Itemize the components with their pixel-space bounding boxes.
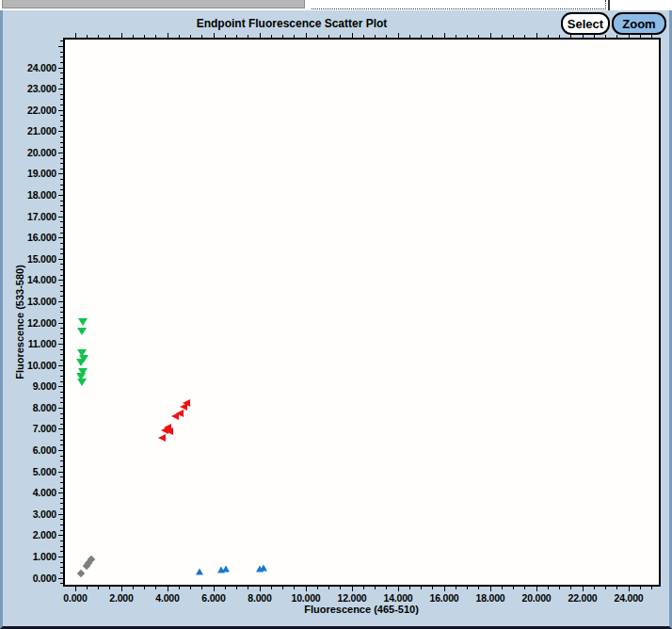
x-axis-major-tick [214, 587, 215, 591]
y-axis-minor-tick [60, 397, 63, 398]
y-axis-tick-label: 16.000 [11, 232, 56, 243]
y-axis-minor-tick [60, 62, 63, 63]
x-axis-minor-tick [363, 587, 364, 589]
y-axis-minor-tick [60, 354, 63, 355]
y-axis-minor-tick [60, 285, 63, 286]
y-axis-tick-label: 15.000 [11, 253, 56, 265]
x-axis-minor-tick [432, 587, 433, 589]
y-axis-major-tick [58, 195, 63, 196]
x-axis-tick-label: 18.000 [476, 592, 505, 604]
x-axis-major-tick [536, 587, 537, 591]
x-axis-major-tick [75, 587, 76, 591]
y-axis-major-tick [58, 344, 63, 345]
x-axis-minor-tick [467, 587, 468, 589]
data-point-blue-triangle-up [260, 564, 267, 571]
y-axis-major-tick [58, 153, 63, 153]
y-axis-minor-tick [60, 121, 63, 121]
y-axis-major-tick [58, 46, 63, 47]
data-point-blue-triangle-up [222, 565, 230, 572]
y-axis-tick-label: 1.000 [11, 551, 56, 562]
x-axis-minor-tick-top [190, 35, 191, 38]
x-axis-minor-tick [271, 587, 272, 589]
data-point-blue-triangle-up [196, 569, 203, 575]
data-point-green-triangle-down [77, 328, 87, 335]
select-button[interactable]: Select [561, 12, 610, 35]
y-axis-minor-tick [60, 360, 63, 361]
y-axis-minor-tick [60, 78, 63, 79]
y-axis-minor-tick [60, 488, 63, 489]
y-axis-major-tick [58, 556, 63, 557]
x-axis-minor-tick [559, 587, 560, 589]
x-axis-minor-tick [225, 587, 226, 589]
y-axis-tick-label: 0.000 [11, 573, 56, 584]
x-axis-tick-label: 20.000 [522, 592, 552, 604]
y-axis-minor-tick [60, 137, 63, 137]
x-axis-major-tick [444, 587, 445, 591]
y-axis-minor-tick [60, 317, 63, 318]
y-axis-minor-tick [60, 52, 63, 53]
x-axis-minor-tick [594, 587, 595, 589]
x-axis-minor-tick-top [236, 35, 237, 38]
y-axis-minor-tick [60, 370, 63, 371]
x-axis-minor-tick [282, 587, 283, 589]
y-axis-tick-label: 24.000 [11, 62, 56, 73]
x-axis-minor-tick [502, 587, 503, 589]
x-axis-minor-tick-top [548, 35, 549, 38]
y-axis-minor-tick [60, 291, 63, 292]
y-axis-minor-tick [60, 434, 63, 435]
x-axis-minor-tick [201, 587, 202, 589]
y-axis-tick-label: 13.000 [11, 296, 56, 307]
x-axis-minor-tick [155, 587, 156, 589]
x-axis-minor-tick-top [363, 35, 364, 38]
x-axis-minor-tick [236, 587, 237, 589]
x-axis-minor-tick [190, 587, 191, 589]
x-axis-minor-tick [248, 587, 248, 589]
y-axis-minor-tick [60, 476, 63, 477]
x-axis-major-tick [168, 587, 168, 591]
y-axis-minor-tick [60, 94, 63, 95]
y-axis-minor-tick [60, 530, 63, 531]
y-axis-minor-tick [60, 185, 63, 185]
x-axis-major-tick-top [490, 33, 491, 38]
x-axis-minor-tick [98, 587, 99, 589]
x-axis-major-tick [398, 587, 399, 591]
x-axis-minor-tick-top [109, 35, 110, 38]
y-axis-minor-tick [60, 249, 63, 250]
x-axis-major-tick-top [444, 33, 445, 38]
y-axis-minor-tick [60, 392, 63, 393]
y-axis-minor-tick [60, 524, 63, 525]
y-axis-tick-label: 11.000 [11, 338, 56, 349]
zoom-button[interactable]: Zoom [612, 12, 666, 35]
x-axis-major-tick-top [168, 33, 168, 38]
x-axis-tick-label: 0.000 [63, 592, 87, 604]
y-axis-major-tick [58, 386, 63, 387]
x-axis-major-tick-top [75, 33, 76, 38]
x-axis-minor-tick-top [467, 35, 468, 38]
x-axis-minor-tick [375, 587, 376, 589]
x-axis-tick-label: 16.000 [430, 592, 459, 604]
y-axis-minor-tick [60, 333, 63, 334]
data-point-red-triangle-left [171, 412, 179, 420]
x-axis-minor-tick [524, 587, 525, 589]
y-axis-minor-tick [60, 328, 63, 329]
y-axis-major-tick [58, 472, 63, 473]
x-axis-minor-tick [144, 587, 145, 589]
plot-area[interactable] [63, 38, 661, 587]
y-axis-minor-tick [60, 179, 63, 180]
y-axis-minor-tick [60, 424, 63, 425]
y-axis-minor-tick [60, 456, 63, 457]
x-axis-major-tick-top [398, 33, 399, 38]
y-axis-major-tick [58, 89, 63, 89]
y-axis-tick-label: 17.000 [11, 211, 56, 222]
x-axis-minor-tick [548, 587, 549, 589]
x-axis-title: Fluorescence (465-510) [304, 604, 419, 615]
y-axis-major-tick [58, 365, 63, 366]
y-axis-minor-tick [60, 460, 63, 461]
x-axis-minor-tick-top [502, 35, 503, 38]
data-point-green-triangle-down [76, 359, 86, 366]
x-axis-major-tick [306, 587, 307, 591]
y-axis-tick-label: 6.000 [11, 444, 56, 456]
y-axis-major-tick [58, 110, 63, 111]
y-axis-minor-tick [60, 482, 63, 483]
x-axis-minor-tick-top [456, 35, 456, 38]
